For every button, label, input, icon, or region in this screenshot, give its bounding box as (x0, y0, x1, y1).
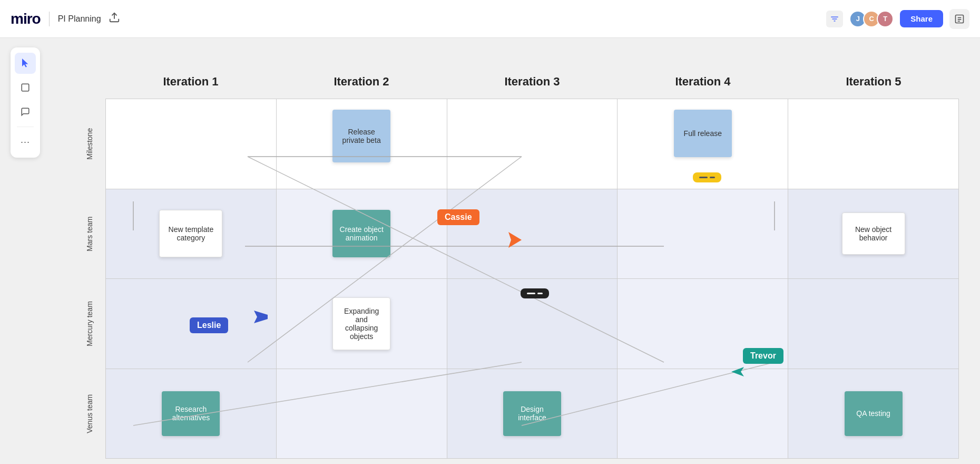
cell-venus-1: Research alternatives (105, 369, 277, 459)
board: Iteration 1 Iteration 2 Iteration 3 Iter… (74, 70, 959, 459)
row-label-milestone: Milestone (74, 99, 105, 189)
leslie-cursor-arrow (253, 310, 268, 326)
cassie-cursor-arrow (506, 232, 522, 250)
cell-milestone-2: Release private beta (277, 99, 447, 189)
col-header-2: Iteration 2 (276, 70, 447, 94)
topbar-divider (49, 12, 50, 26)
cell-milestone-1 (105, 99, 277, 189)
card-research-alternatives[interactable]: Research alternatives (162, 391, 220, 436)
row-venus: Research alternatives Design interface Q… (105, 369, 959, 459)
row-label-mars: Mars team (74, 189, 105, 279)
trevor-cursor-arrow (731, 365, 745, 381)
column-headers: Iteration 1 Iteration 2 Iteration 3 Iter… (105, 70, 959, 94)
card-design-interface[interactable]: Design interface (503, 391, 561, 436)
cell-mercury-5 (788, 279, 959, 369)
filter-button[interactable] (826, 11, 843, 27)
cell-mars-3 (447, 189, 618, 279)
cell-mars-2: Create object animation (277, 189, 447, 279)
svg-marker-14 (508, 232, 522, 248)
card-qa-testing[interactable]: QA testing (845, 391, 903, 436)
cell-venus-4 (618, 369, 788, 459)
cell-mars-5: New object behavior (788, 189, 959, 279)
topbar: miro PI Planning J C T Share (0, 0, 980, 38)
card-create-object-animation[interactable]: Create object animation (332, 210, 390, 257)
col-header-4: Iteration 4 (618, 70, 788, 94)
cell-mars-4 (618, 189, 788, 279)
cell-mars-1: New template category (105, 189, 277, 279)
row-milestone: Release private beta Full release (105, 99, 959, 189)
grid: Release private beta Full release New te… (105, 99, 959, 459)
more-tool[interactable]: ··· (15, 131, 36, 152)
svg-marker-15 (254, 311, 268, 323)
col-header-5: Iteration 5 (788, 70, 959, 94)
left-toolbar: ··· (11, 47, 40, 158)
card-release-private-beta[interactable]: Release private beta (332, 110, 390, 162)
upload-button[interactable] (109, 12, 120, 26)
canvas[interactable]: Iteration 1 Iteration 2 Iteration 3 Iter… (0, 38, 980, 464)
cursor-trevor: Trevor (743, 348, 783, 364)
row-labels: Milestone Mars team Mercury team Venus t… (74, 99, 105, 459)
chat-bubble-dark (521, 288, 549, 298)
board-title[interactable]: PI Planning (58, 14, 101, 24)
row-mars: New template category Create object anim… (105, 189, 959, 279)
card-new-template-category[interactable]: New template category (159, 210, 222, 257)
share-button[interactable]: Share (900, 10, 943, 27)
card-full-release[interactable]: Full release (674, 110, 732, 157)
avatar-group: J C T (849, 11, 894, 27)
chat-bubble-yellow (693, 172, 721, 182)
col-header-1: Iteration 1 (105, 70, 276, 94)
cursor-cassie: Cassie (437, 209, 479, 225)
row-label-mercury: Mercury team (74, 279, 105, 369)
card-new-object-behavior[interactable]: New object behavior (842, 212, 905, 255)
col-header-3: Iteration 3 (447, 70, 618, 94)
card-expanding-collapsing[interactable]: Expanding and collapsing objects (332, 297, 390, 350)
cursor-tool[interactable] (15, 53, 36, 74)
avatar-user3: T (877, 11, 894, 27)
cell-milestone-3 (447, 99, 618, 189)
comment-tool[interactable] (15, 101, 36, 122)
cell-milestone-5 (788, 99, 959, 189)
toolbar-divider (17, 127, 34, 127)
app-logo: miro (11, 11, 41, 27)
cell-venus-3: Design interface (447, 369, 618, 459)
cell-venus-5: QA testing (788, 369, 959, 459)
svg-rect-5 (22, 84, 29, 91)
cell-venus-2 (277, 369, 447, 459)
cell-mercury-2: Expanding and collapsing objects (277, 279, 447, 369)
row-label-venus: Venus team (74, 369, 105, 459)
note-tool[interactable] (15, 77, 36, 98)
notes-button[interactable] (949, 9, 969, 29)
topbar-right: J C T Share (826, 9, 969, 29)
svg-marker-16 (731, 367, 744, 376)
cursor-leslie: Leslie (190, 317, 228, 333)
